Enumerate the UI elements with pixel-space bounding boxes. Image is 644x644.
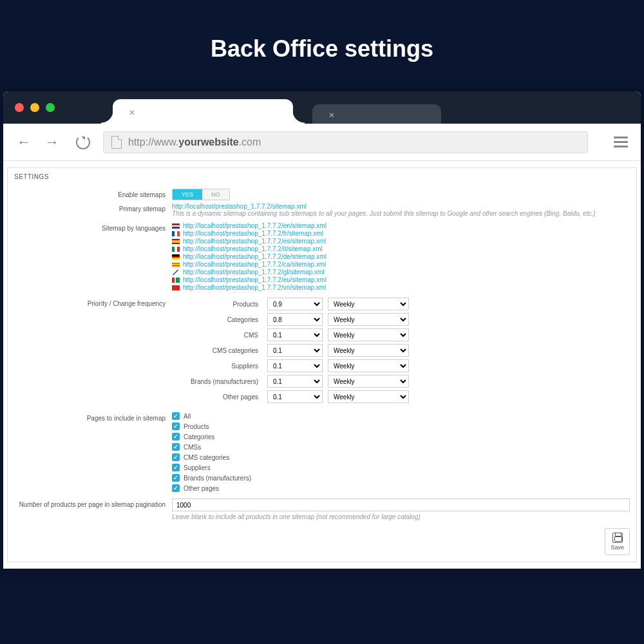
forward-button[interactable]: → [44,135,60,150]
checkbox-label: Other pages [184,485,219,492]
priority-select[interactable]: 0.1 [267,328,323,341]
checkbox-label: All [184,413,191,420]
browser-frame: ✕ ✕ ← → http://www.yourwebsite.com SETTI… [3,91,641,569]
save-icon [612,533,623,543]
frequency-row-label: Products [172,301,262,308]
priority-select[interactable]: 0.1 [267,390,323,403]
checkbox[interactable] [172,474,180,482]
frequency-select[interactable]: Weekly [328,298,409,310]
language-sitemap-list: http://localhost/prestashop_1.7.7.2/en/s… [172,222,630,291]
page-checkbox-row: Categories [172,433,630,440]
frequency-row-label: Suppliers [172,363,262,370]
checkbox[interactable] [172,422,180,430]
file-icon [111,136,122,149]
hero-title: Back Office settings [0,0,644,91]
browser-tab-inactive[interactable]: ✕ [312,104,441,124]
checkbox[interactable] [172,464,180,471]
language-sitemap-row: http://localhost/prestashop_1.7.7.2/en/s… [172,222,630,229]
frequency-select[interactable]: Weekly [328,390,409,403]
reload-button[interactable] [76,135,90,149]
priority-frequency-row: Suppliers0.1Weekly [172,359,630,372]
priority-frequency-row: Brands (manufacturers)0.1Weekly [172,375,630,388]
checkbox-label: Products [184,423,209,430]
language-sitemap-row: http://localhost/prestashop_1.7.7.2/de/s… [172,253,630,260]
frequency-select[interactable]: Weekly [328,375,409,388]
toggle-no[interactable]: NO [202,189,229,200]
frequency-select[interactable]: Weekly [328,328,409,341]
flag-icon [172,247,180,252]
menu-button[interactable] [614,137,628,147]
language-sitemap-link[interactable]: http://localhost/prestashop_1.7.7.2/ca/s… [183,261,326,268]
save-button[interactable]: Save [605,528,630,555]
language-sitemap-link[interactable]: http://localhost/prestashop_1.7.7.2/it/s… [183,245,323,252]
language-sitemap-link[interactable]: http://localhost/prestashop_1.7.7.2/vn/s… [183,284,326,291]
flag-icon [172,262,180,267]
frequency-row-label: Brands (manufacturers) [172,378,262,385]
checkbox-label: Categories [184,433,214,440]
priority-select[interactable]: 0.1 [267,344,323,357]
priority-frequency-row: CMS0.1Weekly [172,328,630,341]
back-button[interactable]: ← [16,135,32,150]
enable-sitemaps-toggle[interactable]: YES NO [172,189,230,200]
page-checkbox-row: Products [172,422,630,430]
page-checkbox-row: CMS categories [172,453,630,461]
priority-frequency-row: Products0.9Weekly [172,298,630,310]
checkbox[interactable] [172,412,180,420]
flag-icon [172,270,180,275]
language-sitemap-link[interactable]: http://localhost/prestashop_1.7.7.2/gl/s… [183,269,325,276]
url-text: http://www.yourwebsite.com [128,137,261,148]
url-input[interactable]: http://www.yourwebsite.com [103,131,588,153]
priority-frequency-row: Other pages0.1Weekly [172,390,630,403]
priority-select[interactable]: 0.8 [267,313,323,326]
checkbox[interactable] [172,433,180,440]
language-sitemap-link[interactable]: http://localhost/prestashop_1.7.7.2/es/s… [183,238,326,245]
page-checkbox-row: Suppliers [172,464,630,471]
checkbox[interactable] [172,453,180,461]
checkbox[interactable] [172,484,180,492]
checkbox-label: Suppliers [184,464,211,471]
page-checkbox-row: Brands (manufacturers) [172,474,630,482]
flag-icon [172,254,180,260]
pagination-label: Number of products per page in sitemap p… [14,498,172,508]
frequency-select[interactable]: Weekly [328,313,409,326]
close-icon[interactable]: ✕ [129,108,135,115]
frequency-row-label: CMS [172,332,262,339]
priority-select[interactable]: 0.1 [267,359,323,372]
language-sitemap-row: http://localhost/prestashop_1.7.7.2/ca/s… [172,261,630,268]
browser-tabs: ✕ ✕ [3,91,641,124]
language-sitemap-link[interactable]: http://localhost/prestashop_1.7.7.2/eu/s… [183,276,327,283]
language-sitemap-link[interactable]: http://localhost/prestashop_1.7.7.2/de/s… [183,253,327,260]
toggle-yes[interactable]: YES [173,189,202,200]
flag-icon [172,278,180,283]
primary-sitemap-link[interactable]: http://localhost/prestashop_1.7.7.2/site… [172,203,307,210]
content-area: SETTINGS Enable sitemaps YES NO Primary … [3,161,641,569]
close-icon[interactable]: ✕ [328,111,335,117]
window-minimize-button[interactable] [30,103,39,112]
flag-icon [172,285,180,290]
flag-icon [172,223,180,229]
window-close-button[interactable] [15,103,24,112]
primary-sitemap-helper: This is a dynamic sitemap containing sub… [172,210,630,217]
priority-select[interactable]: 0.1 [267,375,323,388]
language-sitemap-link[interactable]: http://localhost/prestashop_1.7.7.2/fr/s… [183,230,323,237]
priority-select[interactable]: 0.9 [267,298,323,310]
frequency-row-label: Categories [172,316,262,323]
language-sitemap-row: http://localhost/prestashop_1.7.7.2/eu/s… [172,276,630,283]
sitemap-languages-label: Sitemap by languages [14,222,172,232]
language-sitemap-row: http://localhost/prestashop_1.7.7.2/gl/s… [172,269,630,276]
checkbox-label: Brands (manufacturers) [184,475,251,482]
frequency-select[interactable]: Weekly [328,359,409,372]
pagination-input[interactable] [172,498,630,511]
browser-tab-active[interactable]: ✕ [113,99,293,124]
page-checkbox-row: CMSs [172,443,630,451]
traffic-lights [15,103,55,112]
language-sitemap-row: http://localhost/prestashop_1.7.7.2/it/s… [172,245,630,252]
language-sitemap-row: http://localhost/prestashop_1.7.7.2/vn/s… [172,284,630,291]
pagination-helper: Leave blank to include all products in o… [172,513,630,520]
frequency-select[interactable]: Weekly [328,344,409,357]
checkbox[interactable] [172,443,180,451]
frequency-row-label: CMS categories [172,347,262,354]
window-maximize-button[interactable] [46,103,55,112]
language-sitemap-link[interactable]: http://localhost/prestashop_1.7.7.2/en/s… [183,222,327,229]
pages-checkbox-list: AllProductsCategoriesCMSsCMS categoriesS… [172,412,630,492]
